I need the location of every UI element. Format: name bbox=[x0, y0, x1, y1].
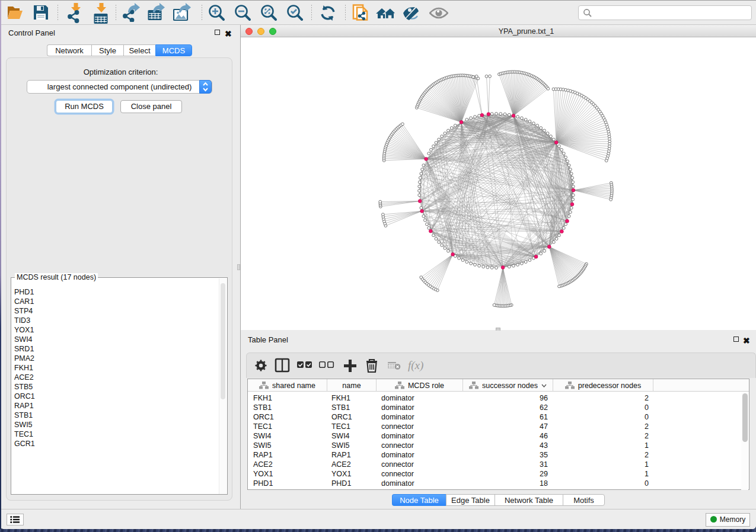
svg-text:f(x): f(x) bbox=[408, 359, 423, 372]
